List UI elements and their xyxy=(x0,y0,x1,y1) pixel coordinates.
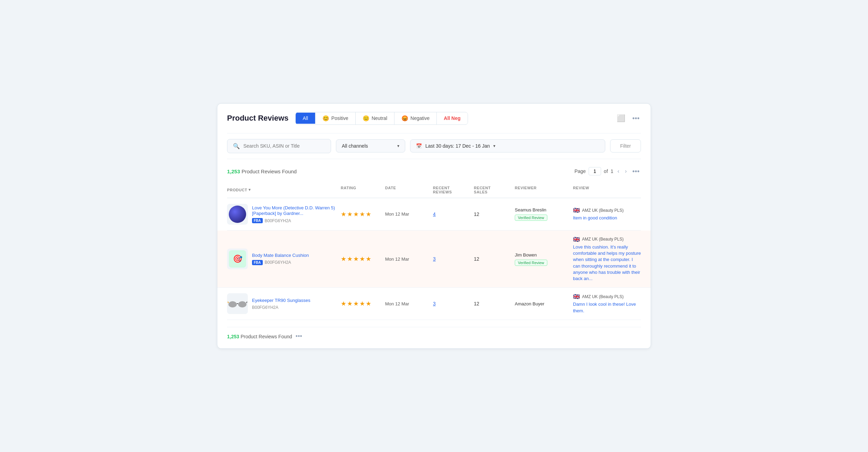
tab-allneg[interactable]: All Neg xyxy=(437,113,467,124)
results-label: Product Reviews Found xyxy=(242,168,297,174)
product-thumbnail-2: 🎯 xyxy=(227,249,248,269)
th-date: DATE xyxy=(385,186,430,194)
product-info-2: Body Mate Balance Cushion FBA B00FG6YH2A xyxy=(252,253,309,265)
recent-sales-1: 12 xyxy=(474,211,512,217)
page-label: Page xyxy=(574,168,586,174)
sort-icon: ▾ xyxy=(249,188,251,192)
review-channel-3: 🇬🇧 AMZ UK (Beauty PLS) xyxy=(573,293,641,300)
th-rating: RATING xyxy=(341,186,382,194)
date-3: Mon 12 Mar xyxy=(385,301,430,306)
tab-all-label: All xyxy=(303,115,308,121)
date-chevron-icon: ▾ xyxy=(493,144,495,148)
product-thumbnail-1 xyxy=(227,204,248,225)
date-dropdown[interactable]: 📅 Last 30 days: 17 Dec - 16 Jan ▾ xyxy=(410,139,605,153)
calendar-icon: 📅 xyxy=(416,143,422,149)
header-right: ⬜ ••• xyxy=(615,113,641,124)
asin-1: B00FG6YH2A xyxy=(265,218,291,223)
page-title: Product Reviews xyxy=(227,114,288,123)
review-channel-1: 🇬🇧 AMZ UK (Beauty PLS) xyxy=(573,207,641,214)
rating-1: ★★★★★ xyxy=(341,210,382,218)
page-of-label: of xyxy=(604,168,608,174)
product-reviews-card: Product Reviews All 😊 Positive 😐 Neutral… xyxy=(217,103,651,349)
filter-button[interactable]: Filter xyxy=(610,139,641,153)
tab-negative[interactable]: 😡 Negative xyxy=(394,112,437,124)
channel-name-3: AMZ UK (Beauty PLS) xyxy=(582,294,624,299)
svg-point-0 xyxy=(228,301,237,307)
bottom-count: 1,253 Product Reviews Found xyxy=(227,334,292,339)
tab-all[interactable]: All xyxy=(296,113,315,124)
reviewer-1: Seamus Breslin Verified Review xyxy=(515,207,570,221)
svg-line-3 xyxy=(228,302,228,303)
product-title-1[interactable]: Love You More (Detective D.D. Warren 5) … xyxy=(252,205,338,217)
table-row: 🎯 Body Mate Balance Cushion FBA B00FG6YH… xyxy=(217,231,651,288)
video-icon-btn[interactable]: ⬜ xyxy=(615,113,627,124)
table-row: Eyekeeper TR90 Sunglasses B00FG6YH2A ★★★… xyxy=(227,288,641,320)
results-bar: 1,253 Product Reviews Found Page of 1 ‹ … xyxy=(227,166,641,177)
pagination-more-btn[interactable]: ••• xyxy=(631,166,641,177)
reviewer-2: Jim Bowen Verified Review xyxy=(515,252,570,266)
product-thumbnail-3 xyxy=(227,293,248,314)
recent-sales-2: 12 xyxy=(474,256,512,262)
bottom-more-icon[interactable]: ••• xyxy=(296,333,302,340)
date-1: Mon 12 Mar xyxy=(385,211,430,217)
bottom-number: 1,253 xyxy=(227,334,239,339)
fba-badge-1: FBA xyxy=(252,218,263,223)
verified-badge-2: Verified Review xyxy=(515,260,547,266)
review-2: 🇬🇧 AMZ UK (Beauty PLS) Love this cushion… xyxy=(573,236,641,282)
bottom-label: Product Reviews Found xyxy=(241,334,292,339)
th-recent-reviews: RECENTREVIEWS xyxy=(433,186,471,194)
th-review: REVIEW xyxy=(573,186,641,194)
product-meta-2: FBA B00FG6YH2A xyxy=(252,260,309,265)
prev-page-btn[interactable]: ‹ xyxy=(616,167,620,175)
th-reviewer: REVIEWER xyxy=(515,186,570,194)
review-text-3[interactable]: Damn I look cool in these! Love them. xyxy=(573,301,641,314)
fba-badge-2: FBA xyxy=(252,260,263,265)
date-2: Mon 12 Mar xyxy=(385,257,430,262)
search-input[interactable] xyxy=(243,143,325,149)
product-title-2[interactable]: Body Mate Balance Cushion xyxy=(252,253,309,259)
reviewer-3: Amazon Buyer xyxy=(515,301,570,306)
product-cell-1: Love You More (Detective D.D. Warren 5) … xyxy=(227,204,338,225)
negative-icon: 😡 xyxy=(401,115,408,122)
asin-3: B00FG6YH2A xyxy=(252,305,278,310)
tab-negative-label: Negative xyxy=(410,115,429,121)
review-text-2[interactable]: Love this cushion. It's really comfortab… xyxy=(573,244,641,282)
svg-line-4 xyxy=(246,302,247,303)
search-box[interactable]: 🔍 xyxy=(227,139,331,153)
table-header: PRODUCT ▾ RATING DATE RECENTREVIEWS RECE… xyxy=(227,182,641,198)
channel-name-2: AMZ UK (Beauty PLS) xyxy=(582,237,624,242)
channel-label: All channels xyxy=(342,143,368,149)
recent-reviews-2[interactable]: 3 xyxy=(433,256,471,262)
tab-positive[interactable]: 😊 Positive xyxy=(315,112,356,124)
review-channel-2: 🇬🇧 AMZ UK (Beauty PLS) xyxy=(573,236,641,243)
ball-image xyxy=(229,206,246,223)
product-meta-3: B00FG6YH2A xyxy=(252,305,310,310)
ellipsis-icon: ••• xyxy=(632,114,640,122)
review-1: 🇬🇧 AMZ UK (Beauty PLS) Item in good cond… xyxy=(573,207,641,221)
cushion-image: 🎯 xyxy=(229,250,246,268)
header: Product Reviews All 😊 Positive 😐 Neutral… xyxy=(227,112,641,125)
th-recent-sales: RECENTSALES xyxy=(474,186,512,194)
positive-icon: 😊 xyxy=(322,115,329,122)
next-page-btn[interactable]: › xyxy=(624,167,628,175)
tab-group: All 😊 Positive 😐 Neutral 😡 Negative All … xyxy=(295,112,468,125)
results-number: 1,253 xyxy=(227,168,240,174)
channel-dropdown[interactable]: All channels ▾ xyxy=(336,139,405,153)
review-text-1[interactable]: Item in good condition xyxy=(573,215,641,221)
glasses-image xyxy=(228,299,247,308)
more-options-btn[interactable]: ••• xyxy=(631,113,641,124)
product-cell-2: 🎯 Body Mate Balance Cushion FBA B00FG6YH… xyxy=(227,249,338,269)
channel-name-1: AMZ UK (Beauty PLS) xyxy=(582,208,624,213)
table: PRODUCT ▾ RATING DATE RECENTREVIEWS RECE… xyxy=(227,182,641,320)
table-row: Love You More (Detective D.D. Warren 5) … xyxy=(227,198,641,231)
product-cell-3: Eyekeeper TR90 Sunglasses B00FG6YH2A xyxy=(227,293,338,314)
th-product[interactable]: PRODUCT ▾ xyxy=(227,186,338,194)
recent-reviews-1[interactable]: 4 xyxy=(433,211,471,217)
neutral-icon: 😐 xyxy=(363,115,370,122)
tab-neutral[interactable]: 😐 Neutral xyxy=(356,112,394,124)
recent-reviews-3[interactable]: 3 xyxy=(433,301,471,306)
product-title-3[interactable]: Eyekeeper TR90 Sunglasses xyxy=(252,298,310,304)
page-input[interactable] xyxy=(589,167,601,175)
tab-positive-label: Positive xyxy=(331,115,348,121)
uk-flag-3: 🇬🇧 xyxy=(573,293,580,300)
